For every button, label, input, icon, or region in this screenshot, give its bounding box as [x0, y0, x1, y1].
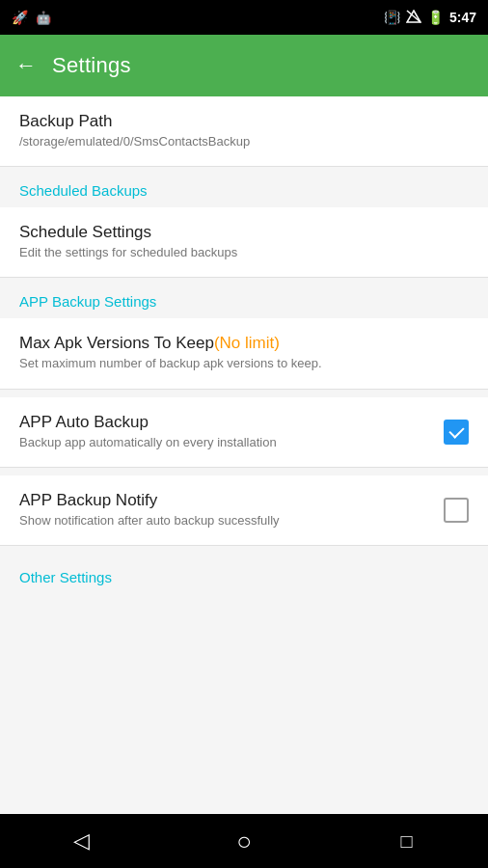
app-auto-backup-subtitle: Backup app automatically on every instal… [19, 434, 428, 451]
max-apk-versions-item[interactable]: Max Apk Versions To Keep (No limit) Set … [0, 318, 488, 389]
nav-recent-button[interactable]: □ [386, 820, 428, 862]
nav-back-button[interactable]: ◁ [60, 820, 102, 862]
nav-home-button[interactable]: ○ [223, 820, 265, 862]
app-backup-notify-subtitle: Show notification after auto backup suce… [19, 512, 428, 529]
divider-3 [0, 546, 488, 554]
divider-1 [0, 390, 488, 397]
backup-path-title: Backup Path [19, 112, 469, 131]
rocket-icon: 🚀 [12, 10, 28, 25]
other-settings-label: Other Settings [19, 569, 112, 585]
schedule-settings-title: Schedule Settings [19, 223, 469, 242]
status-bar-left: 🚀 🤖 [12, 10, 51, 25]
other-settings-header: Other Settings [0, 554, 488, 590]
app-backup-notify-title: APP Backup Notify [19, 491, 428, 510]
svg-line-1 [407, 11, 420, 22]
app-auto-backup-item[interactable]: APP Auto Backup Backup app automatically… [0, 397, 488, 468]
app-bar: ← Settings [0, 35, 488, 96]
time-display: 5:47 [449, 10, 476, 25]
max-apk-title-highlight: (No limit) [214, 334, 280, 353]
app-backup-settings-header: APP Backup Settings [0, 278, 488, 318]
max-apk-subtitle: Set maximum number of backup apk version… [19, 355, 469, 372]
app-backup-notify-item[interactable]: APP Backup Notify Show notification afte… [0, 475, 488, 546]
app-backup-notify-checkbox[interactable] [444, 498, 469, 523]
app-auto-backup-text: APP Auto Backup Backup app automatically… [19, 413, 444, 451]
backup-path-subtitle: /storage/emulated/0/SmsContactsBackup [19, 133, 469, 150]
schedule-settings-subtitle: Edit the settings for scheduled backups [19, 244, 469, 261]
vibrate-icon: 📳 [384, 10, 400, 25]
status-bar-right: 📳 🔋 5:47 [384, 10, 476, 26]
schedule-settings-item[interactable]: Schedule Settings Edit the settings for … [0, 207, 488, 278]
scheduled-backups-header: Scheduled Backups [0, 167, 488, 207]
divider-2 [0, 468, 488, 475]
scheduled-backups-label: Scheduled Backups [19, 182, 148, 199]
page-title: Settings [52, 53, 131, 78]
battery-icon: 🔋 [427, 10, 444, 25]
max-apk-title-prefix: Max Apk Versions To Keep [19, 334, 214, 353]
signal-off-icon [406, 10, 421, 26]
app-auto-backup-checkbox[interactable] [444, 420, 469, 445]
back-button[interactable]: ← [15, 53, 37, 78]
android-icon: 🤖 [36, 11, 51, 25]
settings-content: Backup Path /storage/emulated/0/SmsConta… [0, 96, 488, 814]
bottom-nav: ◁ ○ □ [0, 814, 488, 868]
backup-path-item[interactable]: Backup Path /storage/emulated/0/SmsConta… [0, 96, 488, 167]
app-backup-settings-label: APP Backup Settings [19, 293, 156, 310]
app-auto-backup-title: APP Auto Backup [19, 413, 428, 432]
app-backup-notify-text: APP Backup Notify Show notification afte… [19, 491, 444, 529]
status-bar: 🚀 🤖 📳 🔋 5:47 [0, 0, 488, 35]
